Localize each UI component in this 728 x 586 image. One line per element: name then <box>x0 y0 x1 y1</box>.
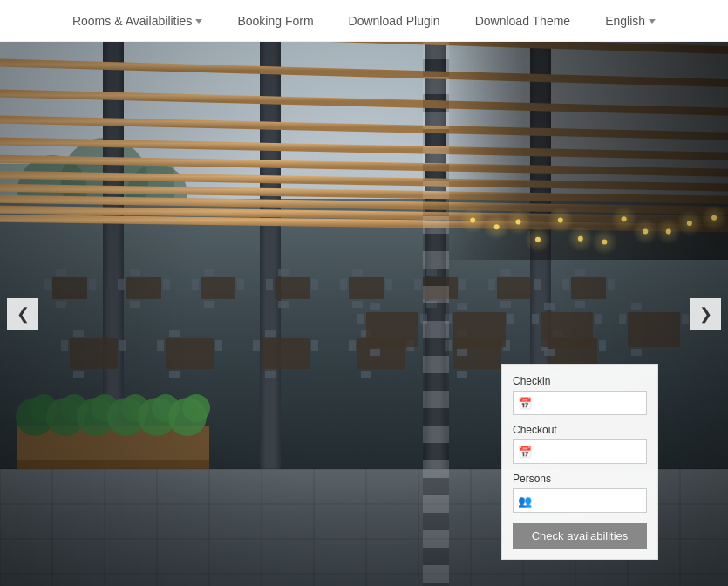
nav-rooms[interactable]: Rooms & Availabilities <box>72 14 202 28</box>
check-availabilities-button[interactable]: Check availabilities <box>513 523 647 549</box>
persons-input-wrap: 👥 1 <box>513 488 647 513</box>
nav-download-plugin[interactable]: Download Plugin <box>349 14 440 28</box>
hero-section: ❮ ❯ Checkin 📅 Checkout 📅 Persons 👥 1 Che… <box>0 42 728 586</box>
chevron-down-icon <box>195 19 202 24</box>
checkin-input[interactable] <box>513 391 647 415</box>
next-slide-button[interactable]: ❯ <box>690 298 721 330</box>
prev-slide-button[interactable]: ❮ <box>7 298 38 330</box>
nav-booking[interactable]: Booking Form <box>237 14 313 28</box>
checkin-input-wrap: 📅 <box>513 391 647 415</box>
booking-widget: Checkin 📅 Checkout 📅 Persons 👥 1 Check a… <box>501 364 658 560</box>
nav-rooms-label: Rooms & Availabilities <box>72 14 192 28</box>
checkout-label: Checkout <box>513 424 647 436</box>
chevron-down-icon <box>649 19 656 24</box>
checkout-input[interactable] <box>513 440 647 464</box>
nav-download-theme[interactable]: Download Theme <box>475 14 570 28</box>
nav-language[interactable]: English <box>605 14 656 28</box>
right-arrow-icon: ❯ <box>699 304 712 324</box>
checkout-input-wrap: 📅 <box>513 440 647 464</box>
language-label: English <box>605 14 645 28</box>
left-arrow-icon: ❮ <box>17 304 30 324</box>
persons-input[interactable]: 1 <box>513 488 647 513</box>
persons-label: Persons <box>513 473 647 485</box>
main-nav: Rooms & Availabilities Booking Form Down… <box>0 0 728 42</box>
checkin-label: Checkin <box>513 375 647 387</box>
